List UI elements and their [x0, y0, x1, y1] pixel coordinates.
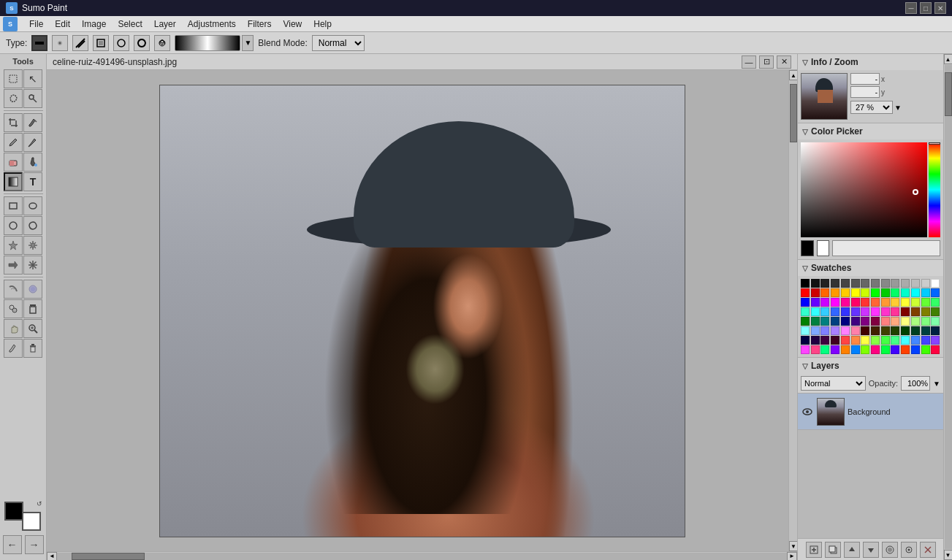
- pencil-tool[interactable]: [4, 133, 23, 152]
- close-button[interactable]: ✕: [934, 2, 946, 14]
- swatch-color-19[interactable]: [851, 288, 860, 297]
- swatch-color-11[interactable]: [911, 279, 920, 288]
- zoom-select[interactable]: 27 %12 %25 %50 %100 %: [850, 101, 893, 114]
- swatch-color-48[interactable]: [861, 307, 869, 316]
- swatch-color-58[interactable]: [820, 317, 829, 326]
- trash-tool[interactable]: [23, 339, 42, 358]
- move-layer-up-btn[interactable]: [844, 542, 860, 558]
- swatch-color-12[interactable]: [921, 279, 930, 288]
- magic-wand-tool[interactable]: [23, 89, 42, 108]
- eyedropper2-tool[interactable]: [4, 339, 23, 358]
- swatch-color-96[interactable]: [921, 336, 930, 345]
- swatch-color-26[interactable]: [921, 288, 930, 297]
- blend-mode-select[interactable]: NormalMultiplyScreenOverlay: [312, 35, 365, 51]
- swatch-color-99[interactable]: [811, 345, 820, 354]
- clone-tool[interactable]: [4, 299, 23, 318]
- color-gradient-area[interactable]: [801, 142, 940, 237]
- canvas-hscroll[interactable]: ◄ ►: [47, 551, 797, 560]
- brush-type-solid[interactable]: [31, 35, 47, 51]
- canvas-vscroll[interactable]: ▲ ▼: [788, 70, 797, 551]
- swatch-color-60[interactable]: [841, 317, 850, 326]
- swatch-color-10[interactable]: [901, 279, 910, 288]
- swatch-color-111[interactable]: [931, 345, 940, 354]
- menu-filters[interactable]: Filters: [242, 18, 278, 31]
- swatch-color-72[interactable]: [820, 326, 829, 335]
- swatch-color-24[interactable]: [901, 288, 910, 297]
- swatch-color-56[interactable]: [801, 317, 810, 326]
- star2-tool[interactable]: [23, 236, 42, 255]
- swatches-arrow[interactable]: ▽: [802, 264, 808, 272]
- swatch-color-53[interactable]: [911, 307, 920, 316]
- swatch-color-54[interactable]: [921, 307, 930, 316]
- info-zoom-arrow[interactable]: ▽: [802, 58, 808, 66]
- swatch-color-17[interactable]: [831, 288, 839, 297]
- swatch-color-107[interactable]: [891, 345, 899, 354]
- brush-tool[interactable]: [23, 133, 42, 152]
- menu-image[interactable]: Image: [76, 18, 112, 31]
- swatch-color-21[interactable]: [871, 288, 880, 297]
- brush-type-diagonal[interactable]: [72, 35, 88, 51]
- swatch-color-35[interactable]: [871, 298, 880, 307]
- menu-layer[interactable]: Layer: [148, 18, 182, 31]
- y-coord-input[interactable]: [850, 86, 880, 98]
- swatch-color-50[interactable]: [881, 307, 890, 316]
- snowflake-tool[interactable]: [23, 256, 42, 275]
- swatch-color-110[interactable]: [921, 345, 930, 354]
- hscroll-thumb[interactable]: [72, 553, 145, 560]
- swatch-color-90[interactable]: [861, 336, 869, 345]
- swatch-color-93[interactable]: [891, 336, 899, 345]
- right-scroll-up[interactable]: ▲: [944, 54, 953, 64]
- swatch-color-42[interactable]: [801, 307, 810, 316]
- swatch-color-41[interactable]: [931, 298, 940, 307]
- reset-colors-icon[interactable]: ↺: [37, 500, 42, 507]
- canvas-close[interactable]: ✕: [777, 55, 791, 69]
- vscroll-down[interactable]: ▼: [789, 541, 797, 551]
- swatch-color-2[interactable]: [820, 279, 829, 288]
- swatch-color-106[interactable]: [881, 345, 890, 354]
- right-scroll-down[interactable]: ▼: [944, 550, 953, 560]
- swatch-color-7[interactable]: [871, 279, 880, 288]
- swatch-color-62[interactable]: [861, 317, 869, 326]
- x-coord-input[interactable]: [850, 73, 880, 85]
- maximize-button[interactable]: □: [920, 2, 932, 14]
- swatch-color-29[interactable]: [811, 298, 820, 307]
- swatch-color-59[interactable]: [831, 317, 839, 326]
- swatch-color-27[interactable]: [931, 288, 940, 297]
- delete-layer-btn[interactable]: [920, 542, 936, 558]
- swatch-color-13[interactable]: [931, 279, 940, 288]
- swatch-color-101[interactable]: [831, 345, 839, 354]
- swatch-color-98[interactable]: [801, 345, 810, 354]
- swatch-color-43[interactable]: [811, 307, 820, 316]
- swatch-color-92[interactable]: [881, 336, 890, 345]
- foreground-color-box[interactable]: [4, 502, 23, 521]
- swatch-color-91[interactable]: [871, 336, 880, 345]
- brush-type-ring[interactable]: [134, 35, 150, 51]
- swatch-color-30[interactable]: [820, 298, 829, 307]
- star-tool[interactable]: [4, 236, 23, 255]
- swatch-color-8[interactable]: [881, 279, 890, 288]
- menu-file[interactable]: File: [23, 18, 49, 31]
- new-layer-btn[interactable]: [806, 542, 822, 558]
- swatch-color-9[interactable]: [891, 279, 899, 288]
- hscroll-left[interactable]: ◄: [47, 552, 57, 561]
- hex-color-input[interactable]: 000000: [832, 240, 940, 256]
- swatch-color-89[interactable]: [851, 336, 860, 345]
- swatch-color-46[interactable]: [841, 307, 850, 316]
- swatch-color-103[interactable]: [851, 345, 860, 354]
- background-color-box[interactable]: [22, 512, 41, 531]
- swatch-color-57[interactable]: [811, 317, 820, 326]
- swatch-color-69[interactable]: [931, 317, 940, 326]
- hue-slider[interactable]: [929, 142, 940, 237]
- swatch-color-22[interactable]: [881, 288, 890, 297]
- brush-type-crosshatch[interactable]: [93, 35, 109, 51]
- gradient-tool[interactable]: [4, 172, 23, 191]
- swatch-color-74[interactable]: [841, 326, 850, 335]
- menu-view[interactable]: View: [277, 18, 308, 31]
- color-picker-arrow[interactable]: ▽: [802, 128, 808, 136]
- zoom-dropdown[interactable]: ▼: [894, 104, 902, 112]
- swatch-color-40[interactable]: [921, 298, 930, 307]
- swatch-color-68[interactable]: [921, 317, 930, 326]
- swatch-color-84[interactable]: [801, 336, 810, 345]
- swatch-color-64[interactable]: [881, 317, 890, 326]
- swatch-color-18[interactable]: [841, 288, 850, 297]
